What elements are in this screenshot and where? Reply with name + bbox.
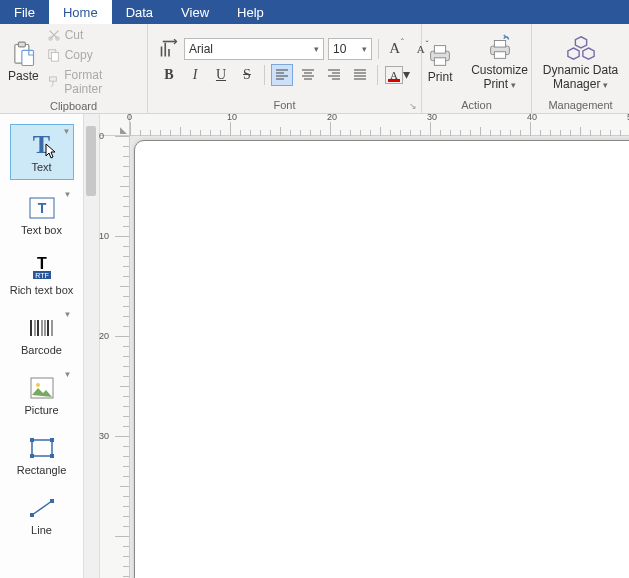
dynamic-data-manager-label: Dynamic Data Manager (542, 63, 619, 91)
font-group-label: Font (152, 97, 417, 113)
cut-button[interactable]: Cut (45, 26, 143, 44)
tool-text[interactable]: ▼ T Text (10, 124, 74, 180)
vertical-scrollbar[interactable] (84, 114, 100, 578)
tool-rich-text-box-label: Rich text box (10, 284, 74, 296)
font-size-select[interactable]: 10 (328, 38, 372, 60)
chevron-down-icon: ▼ (64, 310, 72, 319)
format-painter-icon (47, 75, 61, 89)
tool-rectangle-label: Rectangle (17, 464, 67, 476)
svg-rect-13 (435, 45, 446, 53)
align-right-icon (327, 68, 341, 82)
tool-text-label: Text (31, 161, 51, 173)
svg-text:T: T (37, 200, 46, 216)
chevron-down-icon: ▼ (64, 190, 72, 199)
svg-rect-38 (30, 513, 34, 517)
svg-rect-34 (50, 438, 54, 442)
ribbon-group-font: Arial 10 Aˆ Aˇ B I U S A ▾ (148, 24, 422, 113)
line-icon (26, 492, 58, 524)
cursor-icon (45, 143, 59, 159)
grow-font-icon: A (389, 40, 400, 57)
separator (377, 65, 378, 85)
align-justify-button[interactable] (349, 64, 371, 86)
page-surface[interactable] (134, 140, 629, 578)
align-center-button[interactable] (297, 64, 319, 86)
rich-text-box-icon: TRTF (26, 252, 58, 284)
tool-barcode[interactable]: ▼ Barcode (10, 308, 74, 360)
grow-font-button[interactable]: Aˆ (385, 38, 407, 60)
italic-icon: I (193, 67, 198, 83)
paste-label: Paste (8, 69, 39, 83)
underline-button[interactable]: U (210, 64, 232, 86)
text-box-icon: T (26, 192, 58, 224)
clipboard-group-label: Clipboard (4, 98, 143, 114)
menu-tab-view[interactable]: View (167, 0, 223, 24)
chevron-down-icon: ▼ (64, 370, 72, 379)
strikethrough-button[interactable]: S (236, 64, 258, 86)
barcode-icon (26, 312, 58, 344)
print-label: Print (428, 70, 453, 84)
dynamic-data-manager-icon (566, 33, 596, 63)
font-color-button[interactable]: A ▾ (384, 64, 414, 86)
svg-rect-36 (50, 454, 54, 458)
bold-button[interactable]: B (158, 64, 180, 86)
strikethrough-icon: S (243, 67, 251, 83)
management-group-label: Management (536, 97, 625, 113)
chevron-down-icon: ▼ (63, 127, 71, 136)
menu-tab-home[interactable]: Home (49, 0, 112, 24)
tool-picture[interactable]: ▼ Picture (10, 368, 74, 420)
font-name-value: Arial (189, 42, 213, 56)
format-painter-button[interactable]: Format Painter (45, 66, 143, 98)
paste-icon (9, 41, 37, 69)
italic-button[interactable]: I (184, 64, 206, 86)
svg-rect-39 (50, 499, 54, 503)
tool-line[interactable]: Line (10, 488, 74, 540)
svg-text:T: T (37, 255, 47, 272)
svg-rect-14 (435, 57, 446, 65)
chevron-down-icon: ▾ (403, 66, 413, 83)
align-left-button[interactable] (271, 64, 293, 86)
tool-text-box-label: Text box (21, 224, 62, 236)
align-justify-icon (353, 68, 367, 82)
vertical-ruler: 0102030 (100, 136, 130, 578)
menu-tab-file[interactable]: File (0, 0, 49, 24)
ribbon-group-management: Dynamic Data Manager Management (532, 24, 629, 113)
font-name-select[interactable]: Arial (184, 38, 324, 60)
customize-print-icon (485, 33, 515, 63)
tool-rectangle[interactable]: Rectangle (10, 428, 74, 480)
horizontal-ruler: 01020304050 (130, 114, 629, 136)
menu-tab-help[interactable]: Help (223, 0, 278, 24)
ribbon: Paste Cut Copy Format Painter Clipboard (0, 24, 629, 114)
svg-rect-6 (51, 52, 58, 61)
align-right-button[interactable] (323, 64, 345, 86)
scale-icon (159, 39, 179, 59)
scrollbar-thumb[interactable] (86, 126, 96, 196)
copy-button[interactable]: Copy (45, 46, 143, 64)
svg-rect-2 (22, 50, 34, 65)
tool-rich-text-box[interactable]: TRTF Rich text box (10, 248, 74, 300)
print-icon (425, 40, 455, 70)
align-left-icon (275, 68, 289, 82)
svg-rect-1 (19, 42, 26, 47)
ribbon-group-clipboard: Paste Cut Copy Format Painter Clipboard (0, 24, 148, 113)
ribbon-group-action: Print Customize Print Action (422, 24, 532, 113)
svg-rect-33 (30, 438, 34, 442)
rectangle-icon (26, 432, 58, 464)
menu-tab-data[interactable]: Data (112, 0, 167, 24)
svg-point-31 (36, 383, 40, 387)
customize-print-button[interactable]: Customize Print (465, 31, 534, 93)
align-center-icon (301, 68, 315, 82)
font-color-icon: A (385, 66, 403, 84)
main-area: ▼ T Text ▼ T Text box TRTF Rich text box… (0, 114, 629, 578)
svg-rect-32 (32, 440, 52, 456)
tool-picture-label: Picture (24, 404, 58, 416)
bold-icon: B (164, 67, 173, 83)
dynamic-data-manager-button[interactable]: Dynamic Data Manager (536, 31, 625, 93)
svg-text:RTF: RTF (35, 272, 48, 279)
tool-text-box[interactable]: ▼ T Text box (10, 188, 74, 240)
scale-button[interactable] (158, 38, 180, 60)
action-group-label: Action (426, 97, 527, 113)
paste-button[interactable]: Paste (4, 39, 43, 85)
svg-rect-7 (49, 77, 56, 81)
design-canvas[interactable]: 01020304050 0102030 (100, 114, 629, 578)
svg-rect-16 (494, 40, 505, 47)
